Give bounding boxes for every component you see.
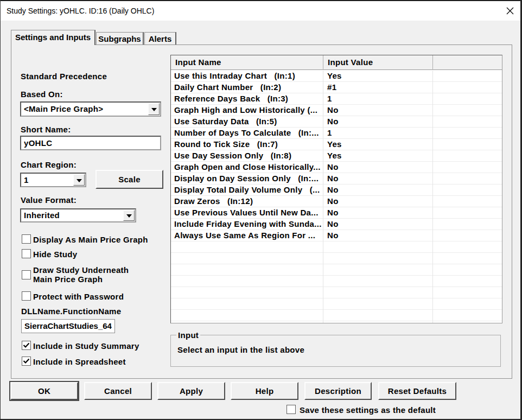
- input-name-cell[interactable]: Display on Day Session Only (In:...: [174, 173, 322, 184]
- input-name-cell[interactable]: Use Previous Values Until New Da...: [174, 207, 322, 219]
- based-on-label: Based On:: [21, 90, 63, 99]
- standard-precedence-label: Standard Precedence: [21, 72, 107, 81]
- table-row[interactable]: Include Friday Evening with Sunda...No: [171, 219, 502, 230]
- table-row[interactable]: Always Use Same As Region For ...No: [171, 230, 502, 241]
- hide-study-checkbox[interactable]: [22, 249, 31, 258]
- based-on-dropdown-icon[interactable]: [148, 103, 160, 115]
- chart-region-dropdown-icon[interactable]: [73, 174, 85, 186]
- input-value-cell[interactable]: No: [327, 173, 430, 184]
- table-row[interactable]: Use Day Session Only (In:8)Yes: [171, 150, 502, 162]
- input-value-cell[interactable]: 1: [327, 93, 430, 105]
- input-value-cell[interactable]: No: [327, 196, 430, 207]
- tab-subgraphs[interactable]: Subgraphs: [96, 32, 144, 44]
- based-on-value: <Main Price Graph>: [24, 103, 159, 116]
- table-row[interactable]: Graph High and Low Historically (...No: [171, 105, 502, 116]
- input-value-cell[interactable]: No: [327, 116, 430, 128]
- table-row[interactable]: Number of Days To Calculate (In:...1: [171, 128, 502, 139]
- input-value-cell[interactable]: No: [327, 219, 430, 230]
- titlebar: Study Settings: yOHLC. ID:16 (Daily OHLC…: [1, 1, 520, 21]
- ok-button[interactable]: OK: [10, 382, 78, 400]
- value-format-dropdown-icon[interactable]: [123, 210, 135, 221]
- table-row[interactable]: Use Saturday Data (In:5)No: [171, 116, 502, 128]
- input-value-cell[interactable]: Yes: [327, 139, 430, 150]
- input-value-cell[interactable]: Yes: [327, 71, 430, 82]
- hide-study-label: Hide Study: [33, 250, 77, 259]
- cancel-button[interactable]: Cancel: [84, 382, 152, 400]
- input-name-cell[interactable]: Use Saturday Data (In:5): [174, 116, 322, 128]
- tab-settings-and-inputs[interactable]: Settings and Inputs: [11, 30, 96, 45]
- table-row[interactable]: Use this Intraday Chart (In:1)Yes: [171, 71, 502, 82]
- input-name-cell[interactable]: Daily Chart Number (In:2): [174, 82, 322, 93]
- input-name-cell[interactable]: Display Total Daily Volume Only (...: [174, 184, 322, 196]
- input-name-cell[interactable]: Always Use Same As Region For ...: [174, 230, 322, 241]
- table-row[interactable]: Use Previous Values Until New Da...No: [171, 207, 502, 219]
- dll-function-name-input[interactable]: SierraChartStudies_64: [21, 319, 115, 333]
- dll-function-name-label: DLLName.FunctionName: [21, 307, 121, 316]
- short-name-input[interactable]: yOHLC: [20, 136, 161, 150]
- input-name-cell[interactable]: Include Friday Evening with Sunda...: [174, 219, 322, 230]
- column-header-blank[interactable]: [433, 55, 502, 70]
- check-icon: [23, 342, 30, 348]
- input-value-cell[interactable]: No: [327, 184, 430, 196]
- input-name-cell[interactable]: Reference Days Back (In:3): [174, 93, 322, 105]
- table-row[interactable]: Graph Open and Close Historically...No: [171, 162, 502, 173]
- column-header-input-name[interactable]: Input Name: [171, 55, 323, 70]
- input-value-cell[interactable]: #1: [327, 82, 430, 93]
- check-icon: [23, 358, 30, 364]
- dll-function-name-value: SierraChartStudies_64: [24, 320, 113, 333]
- table-row[interactable]: Reference Days Back (In:3)1: [171, 93, 502, 105]
- include-in-study-summary-checkbox[interactable]: [22, 341, 31, 350]
- include-in-spreadsheet-label: Include in Spreadsheet: [33, 358, 126, 366]
- input-value-cell[interactable]: No: [327, 230, 430, 241]
- chart-region-combobox[interactable]: 1: [20, 173, 86, 187]
- window-title: Study Settings: yOHLC. ID:16 (Daily OHLC…: [7, 1, 154, 21]
- value-format-combobox[interactable]: Inherited: [20, 208, 136, 222]
- close-icon: [506, 7, 514, 15]
- reset-defaults-button[interactable]: Reset Defaults: [378, 382, 456, 400]
- input-name-cell[interactable]: Use Day Session Only (In:8): [174, 150, 322, 162]
- input-value-cell[interactable]: 1: [327, 128, 430, 139]
- input-value-cell[interactable]: No: [327, 162, 430, 173]
- input-name-cell[interactable]: Use this Intraday Chart (In:1): [174, 71, 322, 82]
- inputs-table: Input Name Input Value Use this Intraday…: [170, 55, 502, 323]
- input-value-cell[interactable]: No: [327, 207, 430, 219]
- include-in-study-summary-label: Include in Study Summary: [33, 342, 139, 351]
- table-row[interactable]: Display on Day Session Only (In:...No: [171, 173, 502, 184]
- study-settings-dialog: Study Settings: yOHLC. ID:16 (Daily OHLC…: [0, 0, 522, 420]
- save-as-default-checkbox[interactable]: [287, 405, 296, 414]
- input-name-cell[interactable]: Number of Days To Calculate (In:...: [174, 128, 322, 139]
- display-as-main-price-graph-label: Display As Main Price Graph: [33, 236, 148, 244]
- inputs-table-header: Input Name Input Value: [171, 55, 502, 70]
- input-name-cell[interactable]: Graph High and Low Historically (...: [174, 105, 322, 116]
- apply-button[interactable]: Apply: [157, 382, 225, 400]
- value-format-value: Inherited: [24, 209, 134, 221]
- include-in-spreadsheet-checkbox[interactable]: [22, 357, 31, 366]
- input-groupbox: Input Select an input in the list above: [170, 335, 501, 367]
- window-border-top: [0, 0, 522, 1]
- table-row[interactable]: Display Total Daily Volume Only (...No: [171, 184, 502, 196]
- close-button[interactable]: [498, 1, 522, 21]
- table-row[interactable]: Daily Chart Number (In:2)#1: [171, 82, 502, 93]
- tab-alerts[interactable]: Alerts: [144, 32, 176, 44]
- input-value-cell[interactable]: Yes: [327, 150, 430, 162]
- window-border-left: [0, 0, 1, 420]
- draw-study-underneath-checkbox[interactable]: [22, 270, 31, 279]
- protect-with-password-checkbox[interactable]: [22, 291, 31, 301]
- table-row[interactable]: Draw Zeros (In:12)No: [171, 196, 502, 207]
- table-row[interactable]: Round to Tick Size (In:7)Yes: [171, 139, 502, 150]
- input-value-cell[interactable]: No: [327, 105, 430, 116]
- display-as-main-price-graph-checkbox[interactable]: [22, 234, 31, 244]
- inputs-table-body: Use this Intraday Chart (In:1)YesDaily C…: [171, 71, 502, 323]
- scale-button[interactable]: Scale: [96, 170, 163, 189]
- short-name-label: Short Name:: [21, 125, 71, 134]
- input-groupbox-title: Input: [176, 331, 200, 340]
- column-header-input-value[interactable]: Input Value: [323, 55, 433, 70]
- based-on-combobox[interactable]: <Main Price Graph>: [20, 101, 161, 117]
- save-as-default-label: Save these settings as the default: [300, 406, 436, 415]
- help-button[interactable]: Help: [231, 382, 298, 400]
- input-name-cell[interactable]: Draw Zeros (In:12): [174, 196, 322, 207]
- description-button[interactable]: Description: [304, 382, 372, 400]
- input-name-cell[interactable]: Graph Open and Close Historically...: [174, 162, 322, 173]
- input-name-cell[interactable]: Round to Tick Size (In:7): [174, 139, 322, 150]
- value-format-label: Value Format:: [21, 196, 77, 205]
